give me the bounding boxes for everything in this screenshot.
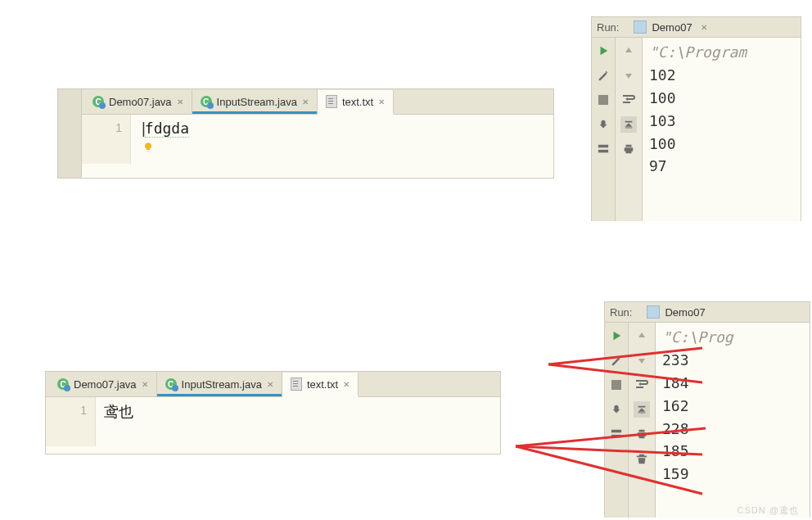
stop-button[interactable] (608, 377, 625, 393)
run-panel-1: Run: Demo07 ✕ "C:\Program 102 100 103 10… (591, 16, 801, 221)
run-label: Run: (610, 306, 632, 319)
layout-button[interactable] (595, 141, 611, 157)
console-command-line: "C:\Program (649, 43, 747, 61)
scroll-to-end-button[interactable] (634, 401, 650, 418)
file-content: fdgda (145, 120, 189, 138)
tab-inputstream-java[interactable]: C InputStream.java ✕ (157, 372, 282, 396)
java-class-icon: C (92, 96, 104, 107)
java-class-icon: C (57, 378, 69, 390)
tab-label: Demo07.java (74, 378, 137, 391)
tab-label: Demo07.java (109, 96, 172, 108)
layout-button[interactable] (608, 426, 625, 442)
tab-label: InputStream.java (217, 96, 297, 108)
close-icon[interactable]: ✕ (343, 380, 350, 389)
print-button[interactable] (620, 141, 637, 157)
console-line: 103 (649, 112, 676, 129)
close-icon[interactable]: ✕ (142, 380, 148, 389)
svg-rect-5 (611, 435, 621, 438)
console-command-line: "C:\Prog (662, 328, 733, 346)
close-icon[interactable]: ✕ (267, 380, 273, 389)
tab-label: text.txt (342, 96, 373, 108)
run-header: Run: Demo07 ✕ (592, 17, 801, 38)
svg-rect-2 (598, 150, 608, 153)
run-panel-2: Run: Demo07 "C:\Prog 233 184 162 228 185… (604, 301, 810, 518)
run-label: Run: (597, 21, 619, 34)
down-button[interactable] (620, 67, 637, 84)
close-icon[interactable]: ✕ (302, 97, 309, 106)
console-line: 185 (662, 442, 689, 459)
application-icon (647, 305, 660, 319)
console-line: 228 (662, 420, 689, 437)
line-number-gutter: 1 (81, 115, 131, 164)
run-side-toolbar-2 (616, 38, 643, 221)
run-header: Run: Demo07 (605, 302, 810, 323)
tab-text-txt[interactable]: text.txt ✕ (282, 373, 359, 397)
run-config-tab[interactable]: Demo07 (640, 302, 711, 322)
run-side-toolbar (592, 38, 616, 221)
intention-bulb-icon[interactable] (142, 139, 154, 151)
java-class-icon: C (201, 96, 212, 107)
line-number-gutter: 1 (46, 397, 96, 446)
tab-inputstream-java[interactable]: C InputStream.java ✕ (192, 89, 318, 114)
close-icon[interactable]: ✕ (378, 97, 385, 106)
up-button[interactable] (634, 328, 650, 344)
tab-demo07-java[interactable]: C Demo07.java ✕ (84, 89, 192, 114)
close-icon[interactable]: ✕ (701, 23, 707, 32)
print-button[interactable] (634, 426, 650, 442)
tab-bar-1: C Demo07.java ✕ C InputStream.java ✕ tex… (81, 89, 553, 115)
up-button[interactable] (620, 43, 637, 59)
text-caret (139, 120, 145, 137)
scroll-to-end-button[interactable] (620, 116, 637, 133)
run-config-name: Demo07 (665, 306, 705, 319)
soft-wrap-button[interactable] (634, 377, 650, 393)
settings-button[interactable] (608, 352, 625, 369)
svg-rect-3 (611, 380, 621, 390)
soft-wrap-button[interactable] (620, 92, 637, 108)
svg-rect-0 (598, 95, 608, 105)
svg-rect-1 (598, 145, 608, 148)
editor-left-gutter (58, 89, 82, 178)
text-file-icon (291, 378, 302, 391)
code-area[interactable]: 鸢也 (96, 397, 500, 446)
rerun-button[interactable] (595, 43, 611, 59)
file-content: 鸢也 (104, 403, 133, 420)
dump-threads-button[interactable] (608, 401, 625, 418)
editor-panel-2: C Demo07.java ✕ C InputStream.java ✕ tex… (45, 371, 501, 454)
console-line: 159 (662, 465, 689, 482)
run-config-name: Demo07 (652, 21, 692, 34)
dump-threads-button[interactable] (595, 116, 611, 133)
down-button[interactable] (634, 352, 650, 369)
tab-bar-2: C Demo07.java ✕ C InputStream.java ✕ tex… (46, 372, 500, 397)
editor-body: 1 fdgda (81, 115, 553, 164)
console-line: 100 (649, 135, 676, 152)
line-number: 1 (115, 121, 122, 134)
tab-demo07-java[interactable]: C Demo07.java ✕ (49, 372, 157, 396)
console-line: 102 (649, 66, 676, 84)
rerun-button[interactable] (608, 328, 625, 344)
line-number: 1 (80, 404, 87, 417)
console-line: 162 (662, 397, 689, 414)
text-file-icon (326, 95, 337, 108)
console-output[interactable]: "C:\Program 102 100 103 100 97 (643, 38, 801, 221)
run-side-toolbar-2 (629, 323, 656, 518)
delete-button[interactable] (634, 450, 650, 467)
code-area[interactable]: fdgda (131, 115, 553, 164)
editor-panel-1: C Demo07.java ✕ C InputStream.java ✕ tex… (57, 88, 554, 179)
close-icon[interactable]: ✕ (177, 97, 183, 106)
svg-rect-4 (611, 430, 621, 433)
console-line: 184 (662, 374, 689, 391)
console-line: 97 (649, 157, 667, 174)
application-icon (634, 20, 647, 34)
run-config-tab[interactable]: Demo07 ✕ (627, 17, 713, 37)
java-class-icon: C (165, 378, 177, 390)
tab-label: text.txt (307, 378, 338, 391)
console-line: 233 (662, 351, 689, 369)
editor-body: 1 鸢也 (46, 397, 500, 446)
stop-button[interactable] (595, 92, 611, 108)
tab-label: InputStream.java (182, 378, 262, 391)
settings-button[interactable] (595, 67, 611, 84)
console-output[interactable]: "C:\Prog 233 184 162 228 185 159 (656, 323, 810, 518)
tab-text-txt[interactable]: text.txt ✕ (318, 90, 394, 115)
watermark: CSDN @鸢也 (738, 504, 799, 517)
run-side-toolbar (605, 323, 629, 518)
